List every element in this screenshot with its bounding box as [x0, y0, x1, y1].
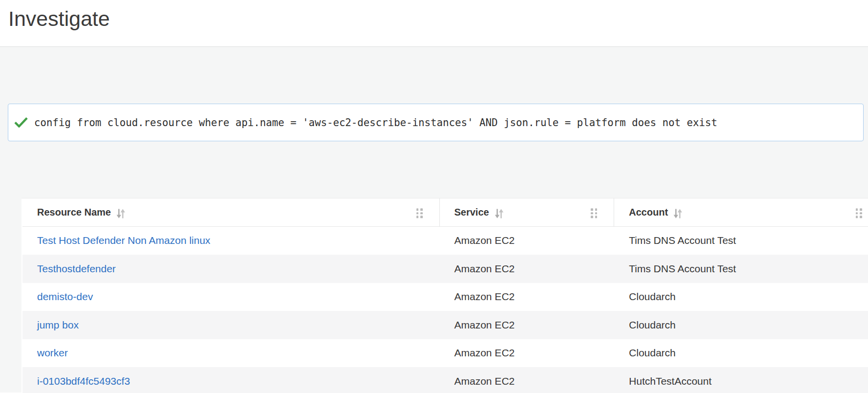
resource-name-cell: Test Host Defender Non Amazon linux: [22, 227, 440, 255]
account-cell-text: Cloudarch: [629, 319, 676, 331]
column-drag-handle-resource-name[interactable]: [416, 209, 423, 218]
account-cell: Tims DNS Account Test: [614, 227, 868, 255]
table-row: Test Host Defender Non Amazon linux Amaz…: [22, 227, 868, 255]
service-cell: Amazon EC2: [440, 367, 615, 393]
table-header-row: Resource Name Service Account: [22, 198, 868, 227]
column-header-account[interactable]: Account: [614, 198, 868, 226]
results-table: Resource Name Service Account: [21, 198, 868, 393]
service-cell-text: Amazon EC2: [455, 347, 515, 359]
service-cell-text: Amazon EC2: [455, 375, 515, 387]
resource-link[interactable]: i-0103bdf4fc5493cf3: [37, 375, 130, 387]
resource-name-cell: demisto-dev: [22, 283, 440, 311]
service-cell: Amazon EC2: [440, 283, 615, 311]
resource-link[interactable]: Test Host Defender Non Amazon linux: [37, 235, 210, 246]
table-row: Testhostdefender Amazon EC2 Tims DNS Acc…: [22, 255, 868, 283]
resource-link[interactable]: demisto-dev: [37, 291, 93, 303]
sort-icon-resource-name[interactable]: [116, 209, 125, 218]
table-row: i-0103bdf4fc5493cf3 Amazon EC2 HutchTest…: [22, 367, 868, 393]
column-label-service: Service: [455, 207, 489, 218]
account-cell-text: HutchTestAccount: [629, 375, 711, 387]
investigate-content: config from cloud.resource where api.nam…: [0, 47, 868, 393]
service-cell-text: Amazon EC2: [455, 319, 515, 331]
table-row: demisto-dev Amazon EC2 Cloudarch: [22, 283, 868, 311]
service-cell-text: Amazon EC2: [455, 263, 515, 275]
column-label-account: Account: [629, 207, 668, 218]
page-header: Investigate: [0, 0, 868, 47]
account-cell: HutchTestAccount: [614, 367, 868, 393]
table-body: Test Host Defender Non Amazon linux Amaz…: [22, 227, 868, 393]
column-header-resource-name[interactable]: Resource Name: [22, 198, 440, 226]
account-cell: Tims DNS Account Test: [614, 255, 868, 283]
service-cell: Amazon EC2: [440, 339, 615, 368]
table-row: worker Amazon EC2 Cloudarch: [22, 339, 868, 368]
account-cell-text: Cloudarch: [629, 291, 676, 303]
account-cell: Cloudarch: [614, 283, 868, 311]
service-cell: Amazon EC2: [440, 311, 615, 339]
column-drag-handle-account[interactable]: [856, 209, 862, 218]
query-text: config from cloud.resource where api.nam…: [34, 117, 717, 129]
resource-link[interactable]: Testhostdefender: [37, 263, 116, 275]
table-row: jump box Amazon EC2 Cloudarch: [22, 311, 868, 339]
service-cell-text: Amazon EC2: [455, 235, 515, 246]
resource-name-cell: Testhostdefender: [22, 255, 440, 283]
service-cell: Amazon EC2: [440, 255, 615, 283]
query-valid-check-icon: [14, 117, 28, 128]
account-cell: Cloudarch: [614, 339, 868, 368]
account-cell-text: Tims DNS Account Test: [629, 263, 736, 275]
sort-icon-service[interactable]: [495, 209, 504, 218]
resource-link[interactable]: worker: [37, 347, 68, 359]
column-header-service[interactable]: Service: [440, 198, 615, 226]
page-title: Investigate: [8, 7, 110, 31]
query-input[interactable]: config from cloud.resource where api.nam…: [8, 104, 864, 141]
sort-icon-account[interactable]: [673, 209, 682, 218]
service-cell-text: Amazon EC2: [455, 291, 515, 303]
resource-name-cell: jump box: [22, 311, 440, 339]
service-cell: Amazon EC2: [440, 227, 615, 255]
column-drag-handle-service[interactable]: [591, 209, 597, 218]
resource-name-cell: i-0103bdf4fc5493cf3: [22, 367, 440, 393]
account-cell-text: Cloudarch: [629, 347, 676, 359]
account-cell: Cloudarch: [614, 311, 868, 339]
column-label-resource-name: Resource Name: [37, 207, 111, 218]
account-cell-text: Tims DNS Account Test: [629, 235, 736, 246]
resource-name-cell: worker: [22, 339, 440, 368]
resource-link[interactable]: jump box: [37, 319, 79, 331]
